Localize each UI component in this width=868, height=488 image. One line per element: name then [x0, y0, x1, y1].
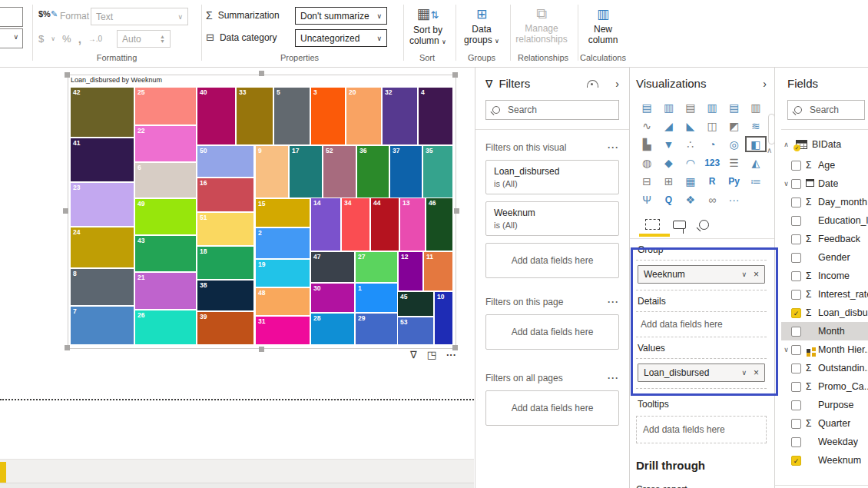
field-checkbox[interactable] — [791, 179, 801, 189]
field-checkbox[interactable] — [791, 216, 801, 226]
treemap-cell-29[interactable]: 29 — [356, 314, 397, 344]
selection-handle[interactable] — [63, 208, 68, 214]
treemap-cell-37[interactable]: 37 — [390, 146, 422, 198]
treemap-cell-3[interactable]: 3 — [311, 88, 345, 144]
filter-card[interactable]: Weeknumis (All) — [485, 201, 619, 236]
qa-visual-icon[interactable]: Q — [658, 191, 679, 207]
treemap-cell-45[interactable]: 45 — [398, 292, 433, 316]
new-column-button[interactable]: ▥ New column — [576, 5, 630, 45]
treemap-cell-51[interactable]: 51 — [197, 213, 253, 245]
field-row-promo-ca-[interactable]: ΣPromo_Ca... — [781, 377, 868, 396]
pill-remove-icon[interactable]: × — [754, 269, 759, 280]
treemap-cell-50[interactable]: 50 — [197, 146, 253, 177]
multirow-card-icon[interactable]: ☰ — [723, 154, 744, 171]
section-more-icon[interactable]: ··· — [608, 373, 619, 383]
treemap-cell-15[interactable]: 15 — [256, 199, 310, 227]
waterfall-chart-icon[interactable]: ▙ — [636, 136, 658, 152]
treemap-cell-6[interactable]: 6 — [135, 163, 196, 198]
treemap-cell-38[interactable]: 38 — [197, 281, 253, 310]
pill-chevron-down-icon[interactable]: ∨ — [741, 271, 747, 278]
pill-remove-icon[interactable]: × — [754, 367, 759, 378]
treemap-cell-18[interactable]: 18 — [197, 247, 253, 279]
kpi-icon[interactable]: ◭ — [745, 154, 767, 171]
treemap-cell-26[interactable]: 26 — [135, 310, 196, 344]
filter-card[interactable]: Loan_disbursedis (All) — [485, 160, 619, 194]
gauge-icon[interactable]: ◠ — [680, 154, 701, 171]
treemap-cell-33[interactable]: 33 — [237, 88, 273, 144]
filled-map-icon[interactable]: ◆ — [658, 154, 679, 171]
treemap-cell-23[interactable]: 23 — [71, 183, 134, 226]
treemap-cell-44[interactable]: 44 — [371, 198, 399, 251]
treemap-cell-31[interactable]: 31 — [256, 317, 310, 344]
slicer-icon[interactable]: ⊟ — [636, 173, 658, 189]
scroll-up-icon[interactable]: ∧ — [767, 146, 772, 154]
sort-by-column-button[interactable]: ▦⇅ Sort by column ∨ — [401, 5, 455, 47]
field-row-outstandin-[interactable]: ΣOutstandin... — [781, 359, 868, 377]
decomposition-tree-icon[interactable]: Ψ — [636, 191, 658, 207]
map-icon[interactable]: ◍ — [636, 154, 658, 171]
python-visual-icon[interactable]: Py — [723, 173, 744, 189]
tab-fields-icon[interactable] — [645, 219, 660, 230]
treemap-cell-17[interactable]: 17 — [290, 146, 322, 198]
percent-button[interactable]: % — [62, 33, 71, 45]
collapse-pane-icon[interactable]: › — [615, 78, 619, 90]
treemap-cell-36[interactable]: 36 — [357, 146, 389, 198]
scatter-chart-icon[interactable]: ∴ — [680, 136, 701, 152]
field-checkbox[interactable] — [791, 364, 801, 373]
treemap-cell-4[interactable]: 4 — [419, 88, 452, 144]
currency-button[interactable]: $ — [38, 33, 44, 45]
field-row-gender[interactable]: Gender — [781, 248, 868, 267]
treemap-visual[interactable]: Loan_disbursed by Weeknum 42412324872522… — [68, 75, 456, 349]
filters-search-input[interactable] — [506, 104, 612, 116]
summarization-dropdown[interactable]: Don't summarize∨ — [295, 7, 387, 25]
field-checkbox[interactable]: ✓ — [791, 308, 801, 318]
treemap-cell-28[interactable]: 28 — [311, 314, 354, 344]
funnel-chart-icon[interactable]: ▼ — [658, 136, 679, 152]
field-row-loan-disbu-[interactable]: ✓ΣLoan_disbu... — [781, 304, 868, 322]
section-more-icon[interactable]: ··· — [608, 142, 619, 153]
treemap-cell-48[interactable]: 48 — [256, 288, 310, 315]
tab-format-icon[interactable] — [673, 221, 686, 229]
treemap-cell-7[interactable]: 7 — [71, 307, 134, 344]
details-well-dropzone[interactable]: Add data fields here — [636, 312, 767, 337]
collapse-pane-icon[interactable]: › — [763, 78, 767, 90]
comma-button[interactable]: , — [78, 32, 81, 45]
treemap-cell-2[interactable]: 2 — [256, 228, 310, 258]
stacked-area-chart-icon[interactable]: ◣ — [680, 118, 701, 134]
line-clustered-column-chart-icon[interactable]: ◩ — [723, 118, 744, 134]
treemap-cell-19[interactable]: 19 — [256, 260, 310, 287]
get-more-visuals-icon[interactable]: ··· — [723, 191, 744, 207]
field-checkbox[interactable] — [791, 400, 801, 410]
data-category-dropdown[interactable]: Uncategorized∨ — [295, 29, 387, 47]
add-filter-dropzone[interactable]: Add data fields here — [485, 314, 619, 350]
eye-icon[interactable] — [587, 80, 598, 88]
decimal-places-icon[interactable]: →.0 — [88, 35, 102, 43]
metrics-icon[interactable]: ∞ — [701, 191, 723, 207]
card-icon[interactable]: 123 — [701, 154, 723, 171]
field-checkbox[interactable] — [791, 327, 801, 337]
focus-mode-icon[interactable]: ◳ — [427, 349, 436, 360]
field-pill-weeknum[interactable]: Weeknum ∨ × — [638, 265, 765, 284]
matrix-icon[interactable]: ▦ — [680, 173, 701, 189]
treemap-cell-12[interactable]: 12 — [399, 252, 422, 290]
field-row-interest-rate[interactable]: ΣInterest_rate — [781, 285, 868, 304]
field-row-month-hier-[interactable]: ∨Month Hier... — [781, 340, 868, 359]
expand-field-icon[interactable]: ∨ — [781, 346, 791, 354]
selection-handle[interactable] — [259, 71, 264, 76]
ribbon-chart-icon[interactable]: ≋ — [745, 118, 767, 134]
clustered-column-chart-icon[interactable]: ▥ — [701, 99, 723, 115]
stacked-bar-chart-icon[interactable]: ▤ — [636, 99, 658, 115]
field-checkbox[interactable] — [791, 419, 801, 429]
treemap-cell-53[interactable]: 53 — [398, 317, 433, 344]
100-stacked-bar-chart-icon[interactable]: ▤ — [723, 99, 744, 115]
filters-search-box[interactable] — [485, 100, 619, 120]
treemap-cell-52[interactable]: 52 — [323, 146, 356, 198]
field-checkbox[interactable]: ✓ — [791, 456, 801, 466]
treemap-cell-25[interactable]: 25 — [135, 88, 196, 124]
font-size-dropdown[interactable]: ∨ — [0, 28, 23, 48]
treemap-cell-43[interactable]: 43 — [135, 236, 196, 271]
treemap-cell-14[interactable]: 14 — [311, 198, 340, 251]
data-groups-button[interactable]: ⊞ Data groups ∨ — [455, 5, 509, 46]
field-row-income[interactable]: ΣIncome — [781, 267, 868, 285]
field-checkbox[interactable] — [791, 198, 801, 207]
